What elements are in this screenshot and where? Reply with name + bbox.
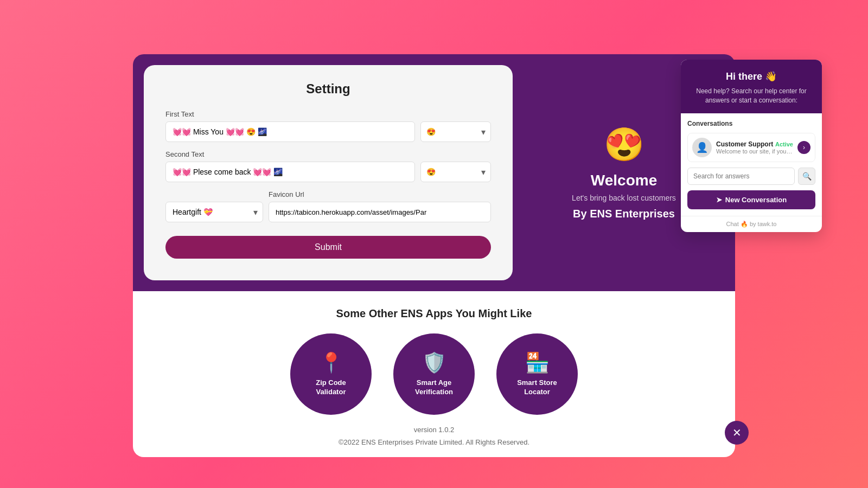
chat-body: Conversations 👤 Customer Support Active … <box>681 113 822 216</box>
conv-preview: Welcome to our site, if you nee... <box>716 148 793 155</box>
chat-widget: Hi there 👋 Need help? Search our help ce… <box>681 60 822 232</box>
send-icon: ➤ <box>716 196 722 204</box>
welcome-title: Welcome <box>591 172 657 189</box>
first-text-row: First Text 😍 😊 ❤️ <box>165 110 491 142</box>
chat-help-text: Need help? Search our help center for an… <box>689 87 814 105</box>
second-text-label: Second Text <box>165 150 491 158</box>
submit-button[interactable]: Submit <box>165 236 491 259</box>
app-dropdown[interactable]: Heartgift 💝 Other App <box>165 202 263 222</box>
close-chat-button[interactable]: ✕ <box>725 421 749 445</box>
conv-avatar: 👤 <box>692 138 712 157</box>
zip-code-app[interactable]: 📍 Zip CodeValidator <box>290 333 372 415</box>
favicon-input[interactable] <box>269 202 491 222</box>
second-text-inline: 😍 😊 ❤️ <box>165 162 491 182</box>
chat-hi-text: Hi there 👋 <box>689 70 814 82</box>
conv-info: Customer Support Active Welcome to our s… <box>716 140 793 155</box>
apps-row: 📍 Zip CodeValidator 🛡️ Smart AgeVerifica… <box>155 333 713 415</box>
app-dropdown-wrapper: Heartgift 💝 Other App <box>165 202 263 222</box>
search-row: 🔍 <box>687 168 815 185</box>
copyright-text: ©2022 ENS Enterprises Private Limited. A… <box>155 438 713 446</box>
favicon-label: Favicon Url <box>269 190 491 198</box>
conversations-label: Conversations <box>687 120 815 127</box>
main-container: Setting ✓ First Text 😍 😊 ❤️ <box>133 54 735 434</box>
conv-arrow-icon[interactable]: › <box>797 141 810 154</box>
welcome-subtitle: Let's bring back lost customers <box>572 194 676 202</box>
top-section: Setting ✓ First Text 😍 😊 ❤️ <box>133 54 735 291</box>
first-text-inline: 😍 😊 ❤️ <box>165 121 491 142</box>
bottom-row: Heartgift 💝 Other App Favicon Url <box>165 190 491 222</box>
zip-code-icon: 📍 <box>319 351 343 374</box>
conversation-item[interactable]: 👤 Customer Support Active Welcome to our… <box>687 133 815 162</box>
setting-title: Setting <box>165 81 491 97</box>
smart-age-app[interactable]: 🛡️ Smart AgeVerification <box>393 333 475 415</box>
conv-active-badge: Active <box>775 141 793 147</box>
conv-name: Customer Support <box>716 140 773 148</box>
favicon-group: Favicon Url <box>269 190 491 222</box>
search-input[interactable] <box>687 168 795 185</box>
version-text: version 1.0.2 <box>155 426 713 434</box>
first-text-label: First Text <box>165 110 491 118</box>
smart-age-label: Smart AgeVerification <box>415 378 453 397</box>
conv-name-row: Customer Support Active <box>716 140 793 148</box>
first-text-input[interactable] <box>165 121 415 142</box>
setting-card: Setting ✓ First Text 😍 😊 ❤️ <box>144 65 513 280</box>
chat-header: Hi there 👋 Need help? Search our help ce… <box>681 60 822 113</box>
chat-footer: Chat 🔥 by tawk.to <box>681 216 822 232</box>
smart-store-app[interactable]: 🏪 Smart StoreLocator <box>496 333 578 415</box>
second-text-row: Second Text 😍 😊 ❤️ <box>165 150 491 182</box>
zip-code-label: Zip CodeValidator <box>316 378 346 397</box>
welcome-emoji: 😍 <box>604 125 644 164</box>
first-emoji-select-wrapper: 😍 😊 ❤️ <box>420 121 491 142</box>
search-button[interactable]: 🔍 <box>798 168 815 185</box>
smart-store-icon: 🏪 <box>525 351 550 374</box>
welcome-by: By ENS Enterprises <box>573 208 675 220</box>
bottom-section: Some Other ENS Apps You Might Like 📍 Zip… <box>133 291 735 457</box>
second-emoji-select-wrapper: 😍 😊 ❤️ <box>420 162 491 182</box>
other-apps-title: Some Other ENS Apps You Might Like <box>155 307 713 320</box>
second-text-input[interactable] <box>165 162 415 182</box>
smart-store-label: Smart StoreLocator <box>517 378 557 397</box>
second-emoji-select[interactable]: 😍 😊 ❤️ <box>420 162 491 182</box>
new-conv-label: New Conversation <box>725 196 787 204</box>
first-emoji-select[interactable]: 😍 😊 ❤️ <box>420 121 491 142</box>
new-conversation-button[interactable]: ➤ New Conversation <box>687 190 815 209</box>
smart-age-icon: 🛡️ <box>422 351 446 374</box>
